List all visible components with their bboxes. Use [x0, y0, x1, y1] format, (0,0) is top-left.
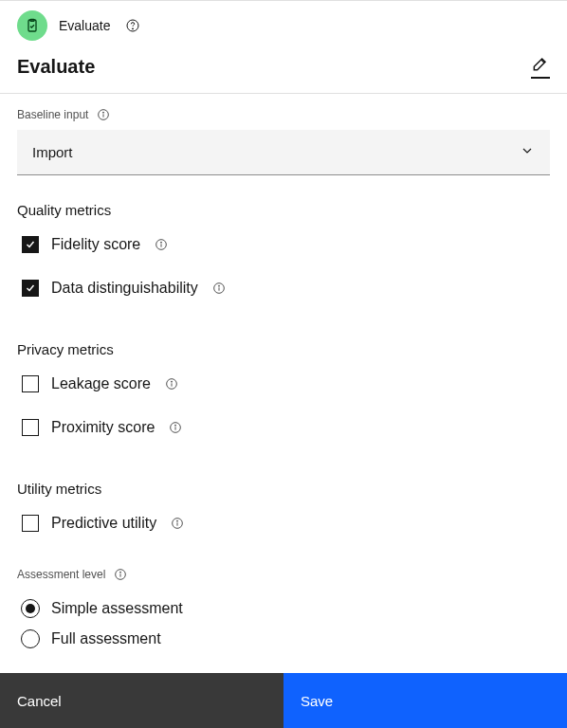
page-title: Evaluate	[17, 56, 95, 78]
checkbox-unchecked-icon	[22, 515, 39, 532]
info-icon[interactable]	[164, 376, 179, 391]
info-icon[interactable]	[96, 107, 111, 122]
utility-metrics-heading: Utility metrics	[17, 454, 550, 506]
evaluate-icon	[17, 10, 47, 41]
baseline-input-label: Baseline input	[17, 94, 550, 130]
checkbox-checked-icon	[22, 236, 39, 253]
radio-unselected-icon	[21, 629, 40, 648]
info-icon[interactable]	[211, 281, 227, 296]
proximity-score-option[interactable]: Proximity score	[17, 410, 550, 454]
leakage-score-option[interactable]: Leakage score	[17, 367, 550, 410]
chevron-down-icon	[520, 143, 535, 162]
radio-selected-icon	[21, 599, 40, 618]
svg-point-17	[120, 572, 121, 573]
cancel-button[interactable]: Cancel	[0, 673, 284, 728]
svg-point-5	[103, 112, 104, 113]
svg-point-13	[175, 425, 176, 426]
checkbox-unchecked-icon	[22, 419, 39, 436]
assessment-level-label: Assessment level	[17, 550, 550, 590]
svg-point-11	[171, 381, 172, 382]
svg-point-3	[133, 28, 134, 29]
simple-assessment-option[interactable]: Simple assessment	[17, 593, 550, 624]
checkbox-unchecked-icon	[22, 375, 39, 392]
footer: Cancel Save	[0, 673, 567, 728]
select-value: Import	[32, 144, 73, 160]
info-icon[interactable]	[113, 567, 128, 582]
svg-point-15	[177, 520, 178, 521]
baseline-input-select[interactable]: Import	[17, 130, 550, 175]
svg-point-9	[218, 285, 219, 286]
assessment-level-radiogroup: Simple assessment Full assessment	[17, 590, 550, 654]
edit-button[interactable]	[531, 54, 550, 79]
checkbox-checked-icon	[22, 280, 39, 297]
privacy-metrics-heading: Privacy metrics	[17, 315, 550, 367]
data-distinguishability-option[interactable]: Data distinguishability	[17, 271, 550, 315]
breadcrumb: Evaluate	[0, 1, 567, 48]
quality-metrics-heading: Quality metrics	[17, 175, 550, 228]
info-icon[interactable]	[170, 516, 185, 531]
edit-icon	[531, 54, 550, 73]
fidelity-score-option[interactable]: Fidelity score	[17, 228, 550, 271]
predictive-utility-option[interactable]: Predictive utility	[17, 506, 550, 550]
full-assessment-option[interactable]: Full assessment	[17, 624, 550, 654]
info-icon[interactable]	[154, 237, 169, 252]
info-icon[interactable]	[168, 420, 183, 435]
breadcrumb-label: Evaluate	[59, 18, 110, 33]
svg-point-7	[161, 242, 162, 243]
help-icon[interactable]	[125, 18, 140, 33]
save-button[interactable]: Save	[284, 673, 567, 728]
